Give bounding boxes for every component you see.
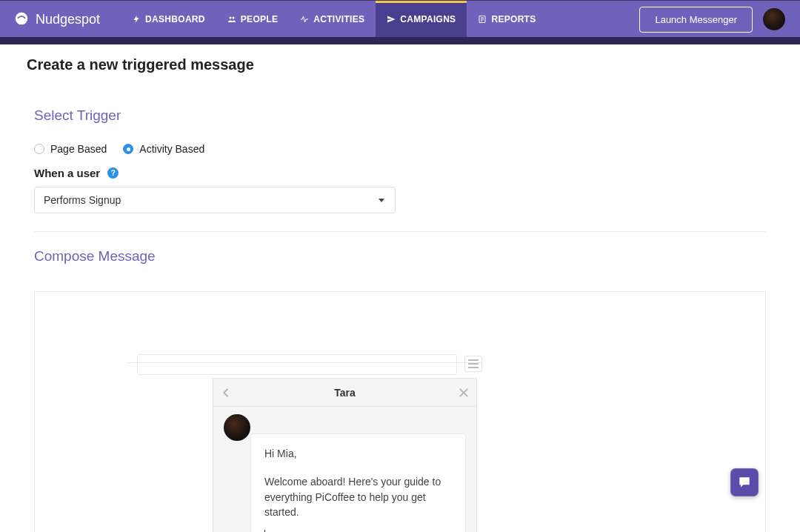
compose-message-heading: Compose Message (34, 248, 766, 265)
select-value: Performs Signup (44, 194, 121, 206)
editor-input-ghost (137, 354, 457, 375)
menu-icon[interactable] (464, 356, 482, 372)
nav-activities[interactable]: ACTIVITIES (289, 1, 376, 38)
when-user-row: When a user ? (34, 167, 766, 179)
close-icon[interactable] (457, 386, 470, 399)
svg-point-1 (229, 17, 231, 19)
pulse-icon (300, 15, 309, 24)
nav-label: ACTIVITIES (313, 14, 364, 24)
radio-label: Page Based (50, 143, 107, 155)
brand-name: Nudgespot (36, 12, 100, 27)
radio-label: Activity Based (139, 143, 204, 155)
page-title: Create a new triggered message (27, 56, 788, 73)
chat-bubble-icon (13, 11, 30, 27)
nav-people[interactable]: PEOPLE (216, 1, 289, 38)
page-content: Create a new triggered message Select Tr… (12, 44, 788, 532)
brand-logo: Nudgespot (13, 11, 100, 27)
bolt-icon (132, 15, 141, 24)
chat-body: Hi Mia, Welcome aboard! Here's your guid… (213, 407, 476, 532)
nav-dashboard[interactable]: DASHBOARD (121, 1, 216, 38)
top-nav-bar: Nudgespot DASHBOARD PEOPLE ACTIVITIES CA… (0, 0, 800, 38)
radio-icon (34, 144, 44, 154)
message-body: Welcome aboard! Here's your guide to eve… (264, 474, 452, 519)
user-avatar[interactable] (763, 8, 785, 30)
chevron-down-icon (379, 199, 384, 202)
select-trigger-heading: Select Trigger (34, 107, 766, 124)
report-icon (478, 15, 487, 24)
main-nav: DASHBOARD PEOPLE ACTIVITIES CAMPAIGNS RE… (121, 1, 547, 38)
message-greeting: Hi Mia, (264, 446, 452, 461)
nav-label: CAMPAIGNS (400, 14, 456, 24)
nav-label: REPORTS (491, 14, 536, 24)
people-icon (227, 15, 236, 24)
nav-label: PEOPLE (241, 14, 278, 24)
trigger-type-radios: Page Based Activity Based (34, 143, 766, 155)
radio-icon (123, 144, 133, 154)
radio-activity-based[interactable]: Activity Based (123, 143, 204, 155)
topbar-right: Launch Messenger (639, 7, 785, 33)
chat-preview-window: Tara Hi Mia, Welcome aboard! Here's your… (213, 378, 477, 532)
chat-sender-name: Tara (334, 387, 356, 399)
help-icon[interactable]: ? (107, 167, 119, 179)
section-divider (34, 231, 766, 232)
launch-messenger-button[interactable]: Launch Messenger (639, 7, 753, 33)
nav-reports[interactable]: REPORTS (467, 1, 547, 38)
svg-point-2 (232, 17, 234, 19)
when-user-label: When a user (34, 167, 100, 179)
messenger-fab[interactable] (730, 468, 759, 496)
message-bubble[interactable]: Hi Mia, Welcome aboard! Here's your guid… (250, 433, 466, 532)
sender-avatar (224, 414, 250, 441)
nav-campaigns[interactable]: CAMPAIGNS (376, 1, 467, 38)
send-icon (387, 15, 396, 24)
chat-header: Tara (213, 379, 476, 407)
radio-page-based[interactable]: Page Based (34, 143, 107, 155)
compose-canvas: Tara Hi Mia, Welcome aboard! Here's your… (34, 291, 766, 532)
chevron-left-icon[interactable] (219, 386, 233, 399)
trigger-activity-select[interactable]: Performs Signup (34, 187, 396, 213)
nav-label: DASHBOARD (145, 14, 205, 24)
